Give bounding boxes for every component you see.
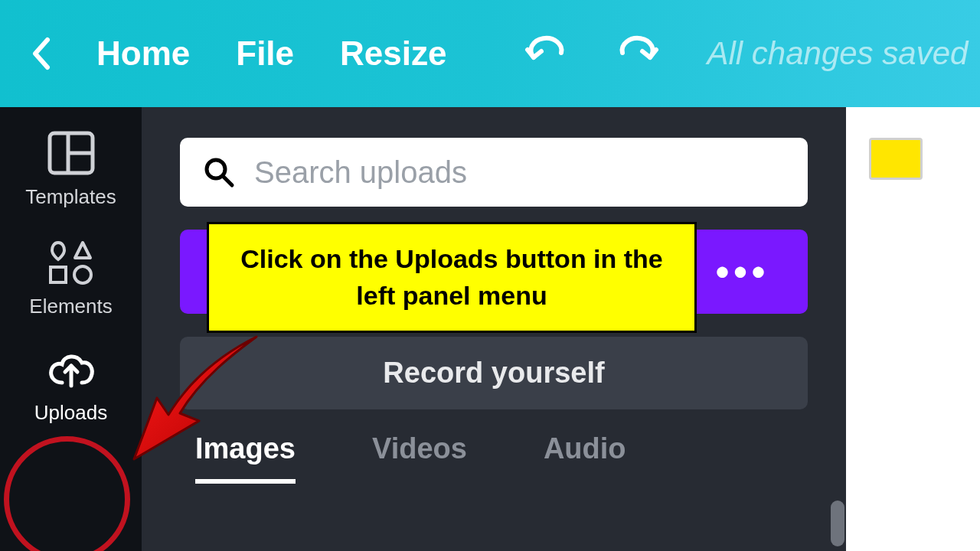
- svg-rect-4: [51, 267, 66, 282]
- undo-button[interactable]: [523, 34, 569, 73]
- sidebar-item-elements[interactable]: Elements: [0, 240, 142, 318]
- sidebar-label-templates: Templates: [25, 185, 116, 209]
- sidebar-label-uploads: Uploads: [34, 401, 107, 425]
- menu-home[interactable]: Home: [96, 34, 190, 73]
- scrollbar-thumb[interactable]: [831, 500, 844, 546]
- back-button[interactable]: [31, 37, 51, 70]
- menu-resize[interactable]: Resize: [340, 34, 446, 73]
- menu-file[interactable]: File: [236, 34, 294, 73]
- record-yourself-button[interactable]: Record yourself: [180, 337, 808, 409]
- search-input[interactable]: [254, 155, 785, 190]
- uploads-tabs: Images Videos Audio: [180, 432, 808, 484]
- tab-audio[interactable]: Audio: [544, 432, 626, 484]
- tab-images[interactable]: Images: [195, 432, 296, 484]
- color-swatch[interactable]: [869, 138, 923, 180]
- top-toolbar: Home File Resize All changes saved: [0, 0, 980, 107]
- cloud-upload-icon: [47, 349, 96, 392]
- svg-point-5: [74, 266, 91, 283]
- canvas-area[interactable]: [846, 107, 980, 551]
- sidebar-item-templates[interactable]: Templates: [0, 130, 142, 209]
- svg-line-8: [223, 176, 232, 185]
- annotation-callout: Click on the Uploads button in the left …: [207, 222, 697, 333]
- annotation-circle: [4, 436, 130, 551]
- save-status: All changes saved: [707, 35, 968, 72]
- upload-more-button[interactable]: •••: [678, 230, 808, 314]
- svg-marker-3: [75, 243, 90, 258]
- chevron-left-icon: [31, 37, 51, 70]
- search-bar[interactable]: [180, 138, 808, 207]
- record-label: Record yourself: [383, 357, 604, 390]
- redo-icon: [615, 34, 661, 65]
- sidebar-label-elements: Elements: [29, 295, 112, 318]
- annotation-text: Click on the Uploads button in the left …: [240, 244, 663, 310]
- elements-icon: [46, 240, 96, 285]
- redo-button[interactable]: [615, 34, 661, 73]
- left-sidebar: Templates Elements Uploads: [0, 107, 142, 551]
- sidebar-item-uploads[interactable]: Uploads: [0, 349, 142, 425]
- search-icon: [203, 156, 235, 188]
- templates-icon: [47, 130, 96, 176]
- undo-icon: [523, 34, 569, 65]
- tab-videos[interactable]: Videos: [372, 432, 467, 484]
